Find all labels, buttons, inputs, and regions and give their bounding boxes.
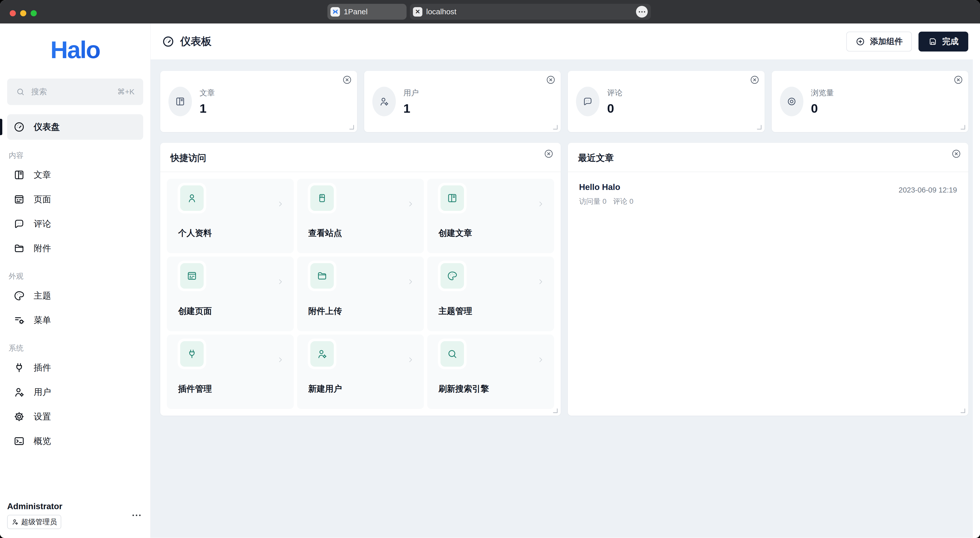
sidebar-item-overview[interactable]: 概览 — [7, 429, 143, 453]
sidebar-item-posts[interactable]: 文章 — [7, 163, 143, 187]
search-shortcut: ⌘+K — [117, 87, 135, 96]
user-icon — [180, 186, 204, 211]
quick-item-new-user[interactable]: 新建用户 — [297, 335, 424, 409]
gauge-icon — [13, 121, 25, 133]
stat-card-posts[interactable]: 文章 1 — [160, 71, 357, 132]
resize-handle[interactable] — [757, 125, 762, 130]
post-visits: 访问量 0 — [579, 197, 606, 206]
quick-item-view-site[interactable]: 查看站点 — [297, 179, 424, 253]
sidebar-item-label: 文章 — [34, 169, 51, 181]
stat-cards: 文章 1 用户 — [160, 71, 968, 132]
store-icon — [310, 186, 334, 211]
traffic-lights — [10, 10, 37, 16]
stat-card-views[interactable]: 浏览量 0 — [772, 71, 969, 132]
page-title: 仪表板 — [180, 35, 212, 48]
sidebar-item-label: 仪表盘 — [34, 121, 60, 133]
sidebar-item-themes[interactable]: 主题 — [7, 284, 143, 308]
quick-item-plugin-management[interactable]: 插件管理 — [167, 335, 294, 409]
sidebar-item-menus[interactable]: 菜单 — [7, 308, 143, 332]
stat-label: 文章 — [200, 88, 215, 98]
chevron-right-icon — [407, 278, 414, 286]
sidebar-item-label: 插件 — [34, 362, 51, 373]
chevron-right-icon — [277, 278, 284, 286]
close-icon[interactable] — [750, 75, 759, 85]
minimize-window-button[interactable] — [20, 10, 26, 16]
search-input[interactable]: 搜索 ⌘+K — [7, 79, 143, 105]
tab-localhost[interactable]: ✕ localhost — [410, 4, 651, 20]
zoom-window-button[interactable] — [30, 10, 37, 16]
quick-item-profile[interactable]: 个人资料 — [167, 179, 294, 253]
sidebar-item-comments[interactable]: 评论 — [7, 212, 143, 236]
halo-logo: Halo — [7, 37, 143, 63]
tab-1panel[interactable]: 1Panel — [328, 4, 407, 20]
sidebar-item-label: 用户 — [34, 386, 51, 398]
resize-handle[interactable] — [553, 125, 558, 130]
close-icon[interactable] — [953, 75, 963, 85]
plug-icon — [180, 341, 204, 367]
close-icon[interactable] — [951, 149, 961, 159]
dashboard-content: 文章 1 用户 — [151, 59, 973, 538]
terminal-icon — [13, 435, 25, 447]
close-icon[interactable] — [544, 149, 554, 159]
close-icon[interactable] — [342, 75, 352, 85]
sidebar-item-pages[interactable]: 页面 — [7, 187, 143, 212]
post-date: 2023-06-09 12:19 — [899, 186, 957, 206]
chevron-right-icon — [277, 200, 284, 208]
resize-handle[interactable] — [961, 125, 965, 130]
stat-card-comments[interactable]: 评论 0 — [568, 71, 765, 132]
role-label: 超级管理员 — [21, 517, 57, 527]
gauge-icon — [162, 35, 175, 48]
browser-window: 1Panel ✕ localhost Halo 搜索 ⌘+K — [0, 0, 980, 538]
tab-strip: 1Panel ✕ localhost — [328, 4, 651, 20]
close-icon[interactable] — [546, 75, 555, 85]
post-list-item[interactable]: Hello Halo 访问量 0 评论 0 2023-06-09 12:19 — [579, 182, 957, 206]
sidebar-item-settings[interactable]: 设置 — [7, 405, 143, 429]
add-widget-button[interactable]: 添加组件 — [846, 32, 912, 51]
search-placeholder: 搜索 — [31, 86, 117, 97]
panel-title: 最近文章 — [578, 152, 957, 164]
resize-handle[interactable] — [349, 125, 354, 130]
notebook-icon — [13, 169, 25, 181]
tab-label: localhost — [426, 7, 456, 16]
sidebar-item-dashboard[interactable]: 仪表盘 — [7, 114, 143, 140]
quick-item-create-page[interactable]: 创建页面 — [167, 257, 294, 331]
quick-item-label: 新建用户 — [308, 383, 342, 395]
post-title[interactable]: Hello Halo — [579, 182, 633, 192]
palette-icon — [13, 290, 25, 302]
chevron-right-icon — [537, 278, 544, 286]
page-header: 仪表板 添加组件 完成 — [151, 24, 980, 59]
stat-value: 0 — [811, 101, 834, 116]
search-icon — [16, 87, 25, 96]
quick-item-upload-attachment[interactable]: 附件上传 — [297, 257, 424, 331]
stat-label: 评论 — [607, 88, 622, 98]
save-icon — [928, 37, 937, 46]
recent-posts-panel: 最近文章 Hello Halo 访问量 0 评论 0 — [568, 143, 968, 416]
user-gear-icon — [372, 87, 396, 116]
quick-item-create-post[interactable]: 创建文章 — [427, 179, 554, 253]
sidebar-item-plugins[interactable]: 插件 — [7, 355, 143, 380]
sidebar-section-appearance: 外观 — [9, 271, 143, 281]
quick-item-label: 刷新搜索引擎 — [438, 383, 489, 395]
stat-value: 1 — [200, 101, 215, 116]
stat-label: 用户 — [404, 88, 419, 98]
quick-item-label: 附件上传 — [308, 305, 342, 317]
resize-handle[interactable] — [553, 408, 558, 413]
quick-item-refresh-search-engine[interactable]: 刷新搜索引擎 — [427, 335, 554, 409]
user-gear-icon — [11, 518, 19, 525]
sidebar-item-users[interactable]: 用户 — [7, 380, 143, 405]
stat-card-users[interactable]: 用户 1 — [364, 71, 561, 132]
quick-item-label: 查看站点 — [308, 227, 342, 239]
resize-handle[interactable] — [961, 408, 965, 413]
sidebar-item-label: 页面 — [34, 194, 51, 205]
quick-item-theme-management[interactable]: 主题管理 — [427, 257, 554, 331]
sidebar-item-attachments[interactable]: 附件 — [7, 236, 143, 260]
post-comments: 评论 0 — [613, 197, 633, 206]
done-button[interactable]: 完成 — [918, 32, 968, 51]
quick-item-label: 创建页面 — [178, 305, 212, 317]
user-menu-ellipsis-icon[interactable] — [130, 512, 143, 519]
close-window-button[interactable] — [10, 10, 16, 16]
quick-item-label: 个人资料 — [178, 227, 212, 239]
quick-item-label: 主题管理 — [438, 305, 472, 317]
gear-icon — [13, 411, 25, 422]
tab-options-ellipsis-icon[interactable] — [636, 6, 648, 17]
